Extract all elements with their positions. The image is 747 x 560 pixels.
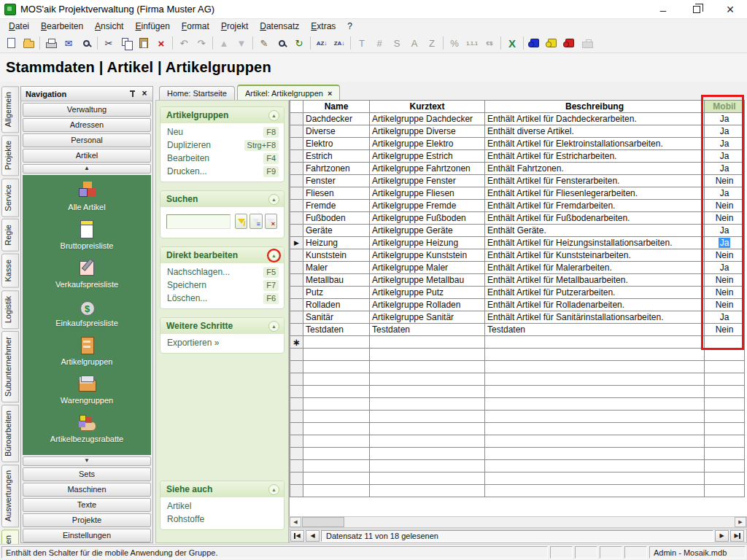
cell-name[interactable]: Heizung [303, 237, 370, 249]
minimize-button[interactable]: – [646, 0, 680, 19]
find-button[interactable] [273, 35, 290, 51]
open-button[interactable] [20, 35, 37, 51]
record-selector[interactable] [290, 113, 303, 125]
cell-beschreibung[interactable]: Enthält Artikel für Fremdarbeiten. [485, 200, 705, 212]
section-header-direkt-bearbeiten[interactable]: Direkt bearbeiten▲ [160, 247, 284, 263]
paste-button[interactable] [135, 35, 152, 51]
cell-kurztext[interactable]: Artikelgruppe Heizung [370, 237, 485, 249]
cell-kurztext[interactable]: Artikelgruppe Estrich [370, 150, 485, 163]
menu-item-ansicht[interactable]: Ansicht [89, 19, 129, 34]
filter-clear-button[interactable]: × [265, 214, 277, 229]
section-header-artikelgruppen[interactable]: Artikelgruppen▲ [160, 107, 284, 123]
section-header-siehe-auch[interactable]: Siehe auch▲ [160, 481, 284, 497]
cell-kurztext[interactable]: Artikelgruppe Putz [370, 287, 485, 299]
cell-beschreibung[interactable]: Enthält Artikel für Fußbodenarbeiten. [485, 212, 705, 225]
cell-mobil[interactable]: Ja [705, 237, 745, 249]
empty-cell[interactable] [370, 336, 485, 349]
scroll-up-button[interactable]: ▲ [23, 164, 151, 174]
scrollbar-thumb[interactable] [302, 517, 344, 527]
move-up-button[interactable]: ▲ [215, 35, 233, 51]
cell-beschreibung[interactable]: Enthält Artikel für Metallbauarbeiten. [485, 274, 705, 287]
cell-beschreibung[interactable]: Enthält Artikel für Kunststeinarbeiten. [485, 249, 705, 262]
nav-button-texte[interactable]: Texte [23, 498, 151, 512]
copy-button[interactable] [117, 35, 135, 51]
column-header-beschreibung[interactable]: Beschreibung [485, 101, 705, 113]
scroll-left-button[interactable]: ◀ [290, 517, 301, 527]
cell-mobil[interactable]: Ja [705, 225, 745, 237]
cell-name[interactable]: Metallbau [303, 274, 370, 287]
cell-name[interactable]: Fenster [303, 175, 370, 187]
record-selector[interactable] [290, 274, 303, 287]
cell-name[interactable]: Rolladen [303, 299, 370, 311]
empty-cell[interactable] [705, 336, 745, 349]
cell-beschreibung[interactable]: Enthält Artikel für Fensterarbeiten. [485, 175, 705, 187]
cell-kurztext[interactable]: Artikelgruppe Geräte [370, 225, 485, 237]
record-selector[interactable] [290, 125, 303, 138]
nav-button-einstellungen[interactable]: Einstellungen [23, 529, 151, 542]
cell-beschreibung[interactable]: Enthält Artikel für Putzerarbeiten. [485, 287, 705, 299]
cell-mobil[interactable]: Nein [705, 299, 745, 311]
cell-mobil[interactable]: Ja [705, 113, 745, 125]
cell-mobil[interactable]: Nein [705, 175, 745, 187]
record-selector[interactable] [290, 187, 303, 200]
cell-mobil[interactable]: Ja [705, 125, 745, 138]
record-selector[interactable] [290, 150, 303, 163]
cell-name[interactable]: Fremde [303, 200, 370, 212]
cell-kurztext[interactable]: Testdaten [370, 324, 485, 336]
module-tab-regie[interactable]: Regie [1, 219, 19, 252]
cell-mobil[interactable]: Ja [705, 138, 745, 150]
undo-button[interactable]: ↶ [175, 35, 193, 51]
format-s-button[interactable]: S [388, 35, 406, 51]
format-t-button[interactable]: T [353, 35, 371, 51]
preview-button[interactable] [77, 35, 95, 51]
menu-item-projekt[interactable]: Projekt [215, 19, 254, 34]
record-selector[interactable] [290, 200, 303, 212]
cell-beschreibung[interactable]: Enthält Artikel für Dachdeckerarbeiten. [485, 113, 705, 125]
menu-item-extras[interactable]: Extras [305, 19, 341, 34]
cell-beschreibung[interactable]: Enthält Artikel für Elektroinstallations… [485, 138, 705, 150]
menu-item-[interactable]: ? [341, 19, 358, 34]
cell-beschreibung[interactable]: Enthält Geräte. [485, 225, 705, 237]
cell-mobil[interactable]: Ja [705, 163, 745, 175]
record-selector[interactable]: ▶ [290, 237, 303, 249]
cell-name[interactable]: Testdaten [303, 324, 370, 336]
close-button[interactable]: × [713, 0, 747, 19]
record-selector[interactable] [290, 163, 303, 175]
next-record-button[interactable]: ▶ [715, 530, 729, 542]
record-selector[interactable] [290, 311, 303, 324]
menu-item-datensatz[interactable]: Datensatz [254, 19, 305, 34]
cell-mobil[interactable]: Ja [705, 150, 745, 163]
collapse-icon-annotated[interactable]: ▲ [268, 250, 279, 261]
menu-item-format[interactable]: Format [176, 19, 215, 34]
sort-az-button[interactable]: AZ↓ [313, 35, 330, 51]
column-header-name[interactable]: Name [303, 101, 370, 113]
record-selector[interactable] [290, 299, 303, 311]
nav-item-einkaufspreisliste[interactable]: Einkaufspreisliste [55, 295, 118, 327]
cell-name[interactable]: Kunststein [303, 249, 370, 262]
cell-name[interactable]: Maler [303, 262, 370, 274]
percent-button[interactable]: % [446, 35, 463, 51]
nav-button-adressen[interactable]: Adressen [23, 118, 151, 132]
last-record-button[interactable]: ▶ [730, 530, 744, 542]
refresh-button[interactable]: ↻ [290, 35, 308, 51]
cell-kurztext[interactable]: Artikelgruppe Fenster [370, 175, 485, 187]
plugin-yellow-button[interactable] [543, 35, 561, 51]
cell-beschreibung[interactable]: Testdaten [485, 324, 705, 336]
filter-list-button[interactable]: ≡ [249, 214, 262, 229]
excel-export-button[interactable]: X [503, 35, 521, 51]
nav-item-artikelgruppen[interactable]: Artikelgruppen [61, 334, 113, 366]
send-button[interactable]: ✉ [60, 35, 77, 51]
section-header-suchen[interactable]: Suchen▲ [160, 191, 284, 207]
record-selector[interactable] [290, 324, 303, 336]
tab-home-startseite[interactable]: Home: Startseite [159, 86, 235, 100]
new-button[interactable] [2, 35, 20, 51]
nav-item-verkaufspreisliste[interactable]: Verkaufspreisliste [55, 257, 118, 289]
cell-mobil[interactable]: Nein [705, 249, 745, 262]
task-item-nachschlagen[interactable]: Nachschlagen...F5 [160, 265, 284, 279]
nav-button-personal[interactable]: Personal [23, 133, 151, 147]
empty-cell[interactable] [485, 336, 705, 349]
sort-za-button[interactable]: ZA↓ [330, 35, 348, 51]
cell-mobil[interactable]: Nein [705, 200, 745, 212]
menu-item-einf-gen[interactable]: Einfügen [129, 19, 175, 34]
cell-mobil[interactable]: Nein [705, 212, 745, 225]
